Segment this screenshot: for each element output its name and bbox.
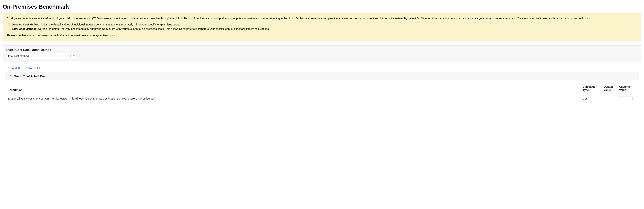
- cost-method-select[interactable]: Total cost method ×: [6, 53, 76, 59]
- info-method-detailed-text: Adjust the default values of individual …: [40, 23, 180, 26]
- col-description: Description: [8, 82, 583, 94]
- col-customer-value: Customer Value: [619, 82, 636, 94]
- grand-total-table: Description Calculation Type Default Val…: [8, 82, 636, 103]
- section-title: Grand Total Actual Cost: [14, 74, 46, 78]
- info-method-detailed-label: Detailed Cost Method:: [12, 23, 40, 26]
- info-intro: Dr. Migrate conducts a secure evaluation…: [6, 16, 638, 21]
- col-default-value: Default Value: [604, 82, 619, 94]
- info-method-total: Total Cost Method: Override the default …: [12, 27, 638, 31]
- chevron-down-icon: [8, 75, 11, 77]
- collapse-all-link[interactable]: Collapse All: [26, 66, 40, 70]
- table-row: Total of all yearly costs for your On-Pr…: [8, 94, 636, 103]
- cell-default-value: [604, 94, 619, 103]
- info-banner: Dr. Migrate conducts a secure evaluation…: [3, 14, 641, 41]
- col-calc-type: Calculation Type: [583, 82, 604, 94]
- chevron-down-icon: [73, 56, 75, 56]
- cost-method-panel: Select Cost Calculation Method Total cos…: [3, 45, 641, 110]
- info-method-total-label: Total Cost Method:: [12, 27, 36, 30]
- cell-calc-type: Cost: [583, 94, 604, 103]
- cost-method-select-value: Total cost method: [8, 54, 69, 58]
- grand-total-table-wrap: Description Calculation Type Default Val…: [5, 80, 639, 108]
- info-method-total-text: Override the default industry benchmarks…: [36, 27, 270, 30]
- table-header-row: Description Calculation Type Default Val…: [8, 82, 636, 94]
- cost-method-header: Select Cost Calculation Method Total cos…: [3, 46, 641, 62]
- customer-value-input[interactable]: [619, 96, 632, 101]
- cost-method-label: Select Cost Calculation Method: [6, 48, 638, 52]
- expand-collapse-row: Expand All Collapse All: [5, 64, 639, 72]
- clear-icon[interactable]: ×: [69, 55, 72, 57]
- expand-all-link[interactable]: Expand All: [8, 66, 20, 70]
- cell-customer-value: [619, 94, 636, 103]
- cell-description: Total of all yearly costs for your On-Pr…: [8, 94, 583, 103]
- info-method-detailed: Detailed Cost Method: Adjust the default…: [12, 22, 638, 27]
- page-title: On-Premises Benchmark: [3, 4, 641, 10]
- info-footer: Please note that you can only use one me…: [6, 34, 638, 38]
- section-header-grand-total[interactable]: Grand Total Actual Cost: [5, 72, 639, 80]
- benchmark-sections: Expand All Collapse All Grand Total Actu…: [5, 64, 639, 108]
- info-methods-list: Detailed Cost Method: Adjust the default…: [12, 22, 638, 31]
